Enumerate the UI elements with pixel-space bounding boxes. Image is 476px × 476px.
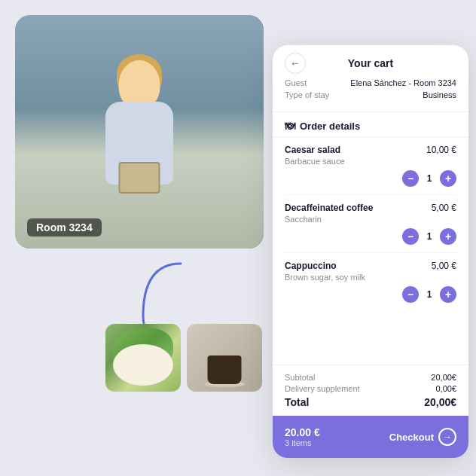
cart-panel: ← Your cart Guest Elena Sánchez - Room 3… (273, 45, 468, 458)
item-qty-row: − 1 + (285, 286, 456, 303)
checkout-amount-block: 20.00 € 3 items (285, 426, 320, 447)
checkout-items-count: 3 items (285, 438, 320, 447)
grand-total-value: 20,00€ (424, 396, 456, 408)
item-name: Decaffeinated coffee (285, 203, 373, 213)
increase-qty-button[interactable]: + (440, 228, 456, 245)
qty-value: 1 (425, 173, 434, 184)
qty-value: 1 (425, 289, 434, 300)
guest-info-row: Guest Elena Sánchez - Room 3234 (285, 78, 456, 87)
item-price: 10,00 € (426, 145, 456, 155)
item-qty-row: − 1 + (285, 228, 456, 245)
item-modifier: Saccharin (285, 215, 456, 224)
cart-item: Cappuccino 5,00 € Brown sugar, soy milk … (285, 253, 456, 310)
grand-total-label: Total (285, 396, 309, 408)
checkout-bar[interactable]: 20.00 € 3 items Checkout → (273, 416, 468, 458)
qty-value: 1 (425, 231, 434, 242)
subtotal-value: 20,00€ (431, 373, 456, 382)
checkout-button[interactable]: Checkout → (389, 428, 456, 446)
stay-info-row: Type of stay Business (285, 90, 456, 99)
order-icon: 🍽 (285, 120, 295, 132)
order-section-label: Order details (300, 121, 360, 132)
coffee-thumbnail (187, 324, 262, 392)
back-button[interactable]: ← (285, 53, 306, 74)
item-name: Cappuccino (285, 261, 337, 271)
delivery-value: 0,00€ (435, 384, 456, 393)
salad-thumbnail (105, 324, 181, 392)
checkout-amount: 20.00 € (285, 426, 320, 438)
grand-total-row: Total 20,00€ (285, 396, 456, 408)
totals-section: Subtotal 20,00€ Delivery supplement 0,00… (273, 365, 468, 416)
item-modifier: Brown sugar, soy milk (285, 273, 456, 282)
item-price: 5,00 € (432, 203, 456, 213)
increase-qty-button[interactable]: + (440, 170, 456, 187)
room-photo: Room 3234 (15, 15, 264, 249)
decrease-qty-button[interactable]: − (402, 228, 419, 245)
subtotal-row: Subtotal 20,00€ (285, 373, 456, 382)
item-modifier: Barbacue sauce (285, 157, 456, 166)
increase-qty-button[interactable]: + (440, 286, 456, 303)
cart-title-row: ← Your cart (285, 57, 456, 69)
guest-value: Elena Sánchez - Room 3234 (350, 78, 456, 87)
delivery-label: Delivery supplement (285, 384, 360, 393)
item-name: Caesar salad (285, 145, 340, 155)
subtotal-label: Subtotal (285, 373, 315, 382)
delivery-row: Delivery supplement 0,00€ (285, 384, 456, 393)
order-section-header: 🍽 Order details (273, 112, 468, 137)
guest-label: Guest (285, 78, 307, 87)
item-qty-row: − 1 + (285, 170, 456, 187)
cart-header: ← Your cart Guest Elena Sánchez - Room 3… (273, 45, 468, 112)
order-section-title: 🍽 Order details (285, 120, 456, 132)
checkout-label: Checkout (389, 432, 434, 443)
cart-items-list: Caesar salad 10,00 € Barbacue sauce − 1 … (273, 137, 468, 365)
stay-value: Business (423, 90, 456, 99)
food-thumbnails (105, 324, 262, 392)
decrease-qty-button[interactable]: − (402, 286, 419, 303)
decrease-qty-button[interactable]: − (402, 170, 419, 187)
cart-item: Decaffeinated coffee 5,00 € Saccharin − … (285, 195, 456, 253)
item-price: 5,00 € (432, 261, 456, 271)
checkout-arrow-icon: → (438, 428, 456, 446)
cart-title: Your cart (348, 57, 393, 69)
cart-item: Caesar salad 10,00 € Barbacue sauce − 1 … (285, 137, 456, 195)
room-label: Room 3234 (27, 218, 102, 236)
stay-label: Type of stay (285, 90, 329, 99)
